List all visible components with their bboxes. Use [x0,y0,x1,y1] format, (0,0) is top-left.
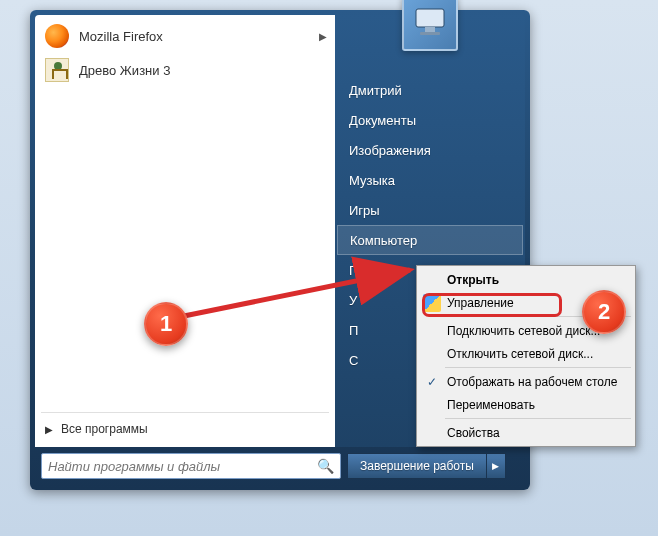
right-item-pictures[interactable]: Изображения [335,135,525,165]
ctx-manage[interactable]: Управление [419,291,633,314]
right-item-user[interactable]: Дмитрий [335,75,525,105]
separator [445,367,631,368]
empty-icon [423,271,441,289]
user-picture[interactable] [402,0,458,51]
program-item-firefox[interactable]: Mozilla Firefox ▶ [35,19,335,53]
separator [445,418,631,419]
right-item-documents[interactable]: Документы [335,105,525,135]
shield-icon [423,294,441,312]
bottom-row: 🔍 Завершение работы ▶ [35,447,525,485]
all-programs-label: Все программы [61,422,148,436]
triangle-right-icon: ▶ [45,424,53,435]
search-input[interactable] [48,459,311,474]
monitor-icon [410,3,450,43]
check-icon [423,373,441,391]
right-item-music[interactable]: Музыка [335,165,525,195]
submenu-arrow-icon: ▶ [319,31,327,42]
right-item-games[interactable]: Игры [335,195,525,225]
svg-rect-1 [425,27,435,32]
divider [41,412,329,413]
svg-rect-0 [416,9,444,27]
ctx-open[interactable]: Открыть [419,268,633,291]
ctx-properties[interactable]: Свойства [419,421,633,444]
empty-icon [423,345,441,363]
search-icon[interactable]: 🔍 [317,458,334,474]
empty-icon [423,322,441,340]
empty-icon [423,396,441,414]
all-programs[interactable]: ▶ Все программы [35,415,335,443]
svg-rect-2 [420,32,440,35]
shutdown-group: Завершение работы ▶ [347,453,506,479]
separator [445,316,631,317]
search-box[interactable]: 🔍 [41,453,341,479]
program-item-tree[interactable]: Древо Жизни 3 [35,53,335,87]
shutdown-button[interactable]: Завершение работы [347,453,486,479]
program-label: Древо Жизни 3 [79,63,170,78]
context-menu: Открыть Управление Подключить сетевой ди… [416,265,636,447]
empty-icon [423,424,441,442]
shutdown-arrow-button[interactable]: ▶ [486,453,506,479]
ctx-rename[interactable]: Переименовать [419,393,633,416]
firefox-icon [43,22,71,50]
programs-panel: Mozilla Firefox ▶ Древо Жизни 3 ▶ Все пр… [35,15,335,447]
program-label: Mozilla Firefox [79,29,163,44]
ctx-show-desktop[interactable]: Отображать на рабочем столе [419,370,633,393]
tree-icon [43,56,71,84]
ctx-map-drive[interactable]: Подключить сетевой диск... [419,319,633,342]
ctx-unmap-drive[interactable]: Отключить сетевой диск... [419,342,633,365]
right-item-computer[interactable]: Компьютер [337,225,523,255]
